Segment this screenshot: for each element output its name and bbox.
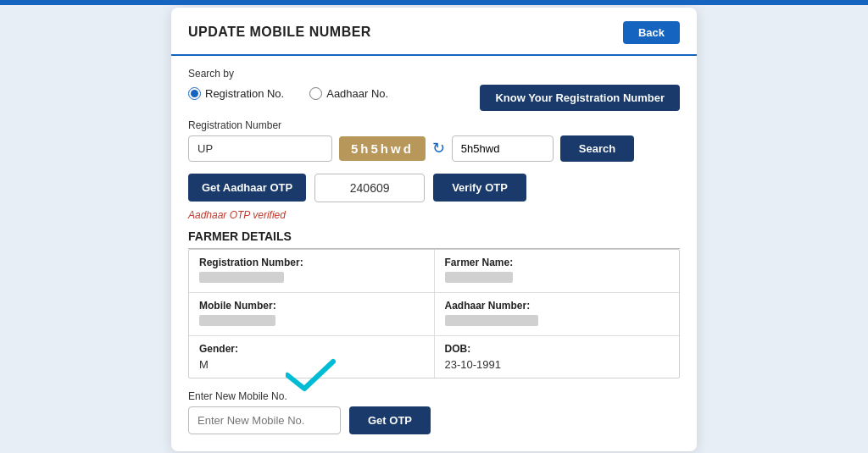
back-button[interactable]: Back bbox=[623, 21, 680, 44]
farmer-row-2: Mobile Number: Aadhaar Number: bbox=[189, 293, 679, 336]
farmer-cell-mobile: Mobile Number: bbox=[189, 293, 435, 335]
farmer-details-table: Registration Number: Farmer Name: Mobile… bbox=[188, 249, 680, 378]
farmer-dob-value: 23-10-1991 bbox=[445, 358, 670, 371]
captcha-input[interactable] bbox=[452, 135, 554, 162]
farmer-name-label: Farmer Name: bbox=[445, 257, 670, 268]
registration-number-input[interactable] bbox=[188, 135, 332, 162]
checkmark-icon bbox=[286, 358, 337, 392]
farmer-cell-aadhaar: Aadhaar Number: bbox=[435, 293, 680, 335]
new-mobile-input[interactable] bbox=[188, 406, 341, 434]
modal-body: Search by Registration No. Aadhaar No. K… bbox=[171, 56, 697, 451]
refresh-icon[interactable]: ↻ bbox=[432, 139, 445, 157]
modal-title: UPDATE MOBILE NUMBER bbox=[188, 25, 371, 40]
farmer-reg-label: Registration Number: bbox=[199, 257, 424, 268]
otp-verified-message: Aadhaar OTP verified bbox=[188, 209, 680, 221]
search-button[interactable]: Search bbox=[560, 135, 634, 162]
search-by-label: Search by bbox=[188, 68, 680, 80]
search-by-row: Registration No. Aadhaar No. Know Your R… bbox=[188, 85, 680, 111]
otp-row: Get Aadhaar OTP Verify OTP bbox=[188, 174, 680, 202]
main-modal: UPDATE MOBILE NUMBER Back Search by Regi… bbox=[171, 8, 697, 451]
new-mobile-row: Get OTP bbox=[188, 406, 680, 434]
farmer-cell-reg: Registration Number: bbox=[189, 250, 435, 292]
farmer-cell-name: Farmer Name: bbox=[435, 250, 680, 292]
farmer-details-title: FARMER DETAILS bbox=[188, 229, 680, 249]
radio-aadhaar-input[interactable] bbox=[309, 87, 322, 100]
farmer-reg-value bbox=[199, 272, 284, 283]
radio-registration-label: Registration No. bbox=[205, 87, 284, 100]
farmer-row-3: Gender: M DOB: 23-10-1991 bbox=[189, 336, 679, 378]
top-bar bbox=[0, 0, 868, 5]
radio-aadhaar[interactable]: Aadhaar No. bbox=[309, 87, 388, 100]
radio-group: Registration No. Aadhaar No. bbox=[188, 87, 388, 100]
captcha-display: 5h5hwd bbox=[339, 136, 426, 161]
radio-registration[interactable]: Registration No. bbox=[188, 87, 284, 100]
farmer-aadhaar-label: Aadhaar Number: bbox=[445, 300, 670, 312]
reg-number-row: 5h5hwd ↻ Search bbox=[188, 135, 680, 162]
new-mobile-label: Enter New Mobile No. bbox=[188, 390, 680, 402]
farmer-aadhaar-value bbox=[445, 315, 538, 326]
farmer-dob-label: DOB: bbox=[445, 343, 670, 355]
farmer-mobile-value bbox=[199, 315, 275, 326]
otp-input[interactable] bbox=[314, 174, 425, 202]
farmer-gender-label: Gender: bbox=[199, 343, 424, 355]
radio-aadhaar-label: Aadhaar No. bbox=[326, 87, 388, 100]
reg-number-label: Registration Number bbox=[188, 119, 680, 131]
radio-registration-input[interactable] bbox=[188, 87, 201, 100]
farmer-row-1: Registration Number: Farmer Name: bbox=[189, 250, 679, 293]
farmer-mobile-label: Mobile Number: bbox=[199, 300, 424, 312]
farmer-name-value bbox=[445, 272, 513, 283]
get-aadhaar-otp-button[interactable]: Get Aadhaar OTP bbox=[188, 174, 306, 202]
modal-header: UPDATE MOBILE NUMBER Back bbox=[171, 8, 697, 56]
farmer-cell-dob: DOB: 23-10-1991 bbox=[435, 336, 680, 378]
get-otp-button[interactable]: Get OTP bbox=[349, 406, 431, 434]
verify-otp-button[interactable]: Verify OTP bbox=[433, 174, 526, 202]
know-reg-button[interactable]: Know Your Registration Number bbox=[480, 85, 680, 111]
